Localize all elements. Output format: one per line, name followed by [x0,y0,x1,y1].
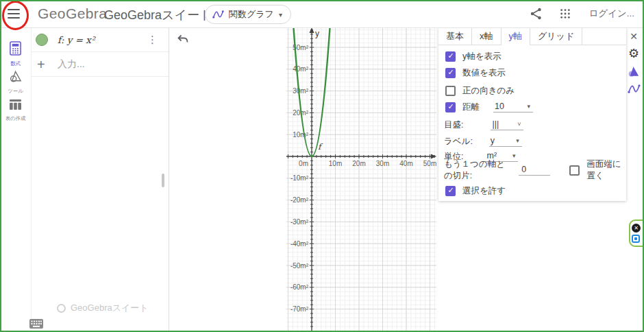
row-distance: 距離 10 ▾ [438,99,626,115]
view-style-strip: ✕ ⚙ [625,27,643,94]
chevron-down-icon: ▾ [527,103,530,110]
positive-direction-checkbox[interactable] [445,86,456,96]
svg-text:10m: 10m [329,160,342,167]
svg-text:-20m²: -20m² [290,196,309,204]
svg-text:10m²: 10m² [293,131,308,139]
sidebar-item-label: ツール [1,87,29,94]
left-nav-rail: 数式 ツール 表の作成 [0,27,32,332]
svg-text:-70m²: -70m² [290,305,309,313]
row-axis-label: ラベル: y ▾ [438,133,626,150]
algebra-panel: f: y = x² ⋮ + 入力... GeoGebraスイート [31,27,169,332]
svg-text:-60m²: -60m² [290,283,309,291]
capture-widget: ✕ [629,220,644,247]
svg-text:40m²: 40m² [293,65,308,73]
svg-text:-30m²: -30m² [290,218,309,226]
geogebra-ring-icon [57,304,66,313]
undo-button[interactable] [177,34,189,47]
stick-to-edge-checkbox[interactable] [569,165,580,176]
function-expression: f: y = x² [58,34,95,45]
app-header: GeoGebra GeoGebraスイート 関数グラフ ▾ [0,0,644,28]
row-tick-style: 目盛: ||| ˅ [438,117,626,133]
svg-text:-40m²: -40m² [290,240,309,248]
axis-settings-card: 基本 x軸 y軸 グリッド y軸を表示 数値を表示 正の向きのみ 距離 [438,27,626,201]
sidebar-item-algebra[interactable]: 数式 [0,41,31,67]
svg-text:50m: 50m [423,160,436,167]
apps-grid-button[interactable] [560,8,571,19]
close-settings-button[interactable]: ✕ [630,31,638,42]
tick-style-dropdown[interactable]: ||| ˅ [491,119,523,130]
sidebar-item-table[interactable]: 表の作成 [0,99,31,122]
table-icon [9,99,22,110]
algebra-input-placeholder[interactable]: 入力... [58,58,85,71]
show-y-axis-checkbox[interactable] [445,51,456,62]
tab-y-axis[interactable]: y軸 [501,27,531,45]
apps-grid-icon [560,8,571,19]
svg-text:20m: 20m [352,160,365,167]
algebra-row-f[interactable]: f: y = x² ⋮ [31,27,169,52]
allow-selection-checkbox[interactable] [445,186,456,196]
settings-panel-area: 基本 x軸 y軸 グリッド y軸を表示 数値を表示 正の向きのみ 距離 [436,27,644,332]
capture-record-icon[interactable] [632,235,640,243]
function-graph-plot[interactable]: 10m20m30m40m50m50m²40m²30m²20m²10m²-10m²… [286,27,436,331]
sidebar-item-label: 数式 [1,60,29,67]
function-graph-button[interactable] [628,84,641,94]
virtual-keyboard-button[interactable] [29,319,43,332]
sidebar-item-tools[interactable]: ツール [0,70,31,95]
page-title: GeoGebraスイート [104,7,212,23]
row-cross-at: もう１つの軸との切片: 0 画面端に置く [438,162,626,178]
svg-text:y: y [315,29,319,38]
sidebar-item-label: 表の作成 [1,115,29,121]
settings-tabs: 基本 x軸 y軸 グリッド [438,27,626,45]
plus-icon: + [37,58,45,71]
algebra-input-row[interactable]: + 入力... [31,52,169,77]
chevron-down-icon: ˅ [517,121,521,128]
chevron-down-icon: ▾ [516,137,519,144]
app-switcher-label: 関数グラフ [229,8,274,21]
tab-basic[interactable]: 基本 [438,27,472,45]
geometry-tools-button[interactable] [627,65,641,78]
share-icon [530,8,542,20]
settings-gear-button[interactable]: ⚙ [628,47,639,60]
tools-icon [9,70,23,83]
share-button[interactable] [530,8,542,20]
axis-label-dropdown[interactable]: y ▾ [489,136,522,147]
show-numbers-checkbox[interactable] [445,68,456,78]
undo-icon [177,34,189,44]
tab-grid[interactable]: グリッド [530,27,582,45]
keyboard-icon [29,319,43,329]
kebab-menu-icon[interactable]: ⋮ [147,34,158,46]
svg-text:40m: 40m [399,160,412,167]
tab-x-axis[interactable]: x軸 [472,27,501,45]
chevron-down-icon: ▾ [279,11,282,19]
row-positive-only: 正の向きのみ [438,82,626,99]
row-show-y-axis: y軸を表示 [438,48,626,64]
row-allow-selection: 選択を許す [438,182,626,199]
calculator-icon [9,41,22,56]
visibility-marble[interactable] [36,34,48,46]
distance-checkbox[interactable] [445,102,456,112]
geogebra-suite-window: GeoGebra GeoGebraスイート 関数グラフ ▾ [0,0,644,332]
geometry-tools-icon [627,65,641,78]
login-button[interactable]: ログイン... [589,8,634,20]
svg-text:30m²: 30m² [293,87,308,95]
watermark: GeoGebraスイート [57,302,149,314]
function-graph-icon [212,10,224,19]
main-menu-button[interactable] [8,8,20,20]
svg-text:-10m²: -10m² [290,174,309,182]
distance-dropdown[interactable]: 10 ▾ [493,102,533,112]
geogebra-logo: GeoGebra [38,5,107,22]
capture-close-icon[interactable]: ✕ [632,224,641,233]
cross-at-input[interactable]: 0 [519,165,550,176]
svg-text:0m: 0m [299,160,308,167]
svg-text:30m: 30m [376,160,389,167]
row-show-numbers: 数値を表示 [438,64,626,81]
app-switcher-dropdown[interactable]: 関数グラフ ▾ [205,5,291,24]
svg-text:-50m²: -50m² [290,262,309,270]
chevron-down-icon: ▾ [512,152,516,159]
algebra-scrollbar[interactable] [162,174,164,187]
function-graph-icon [628,84,641,94]
